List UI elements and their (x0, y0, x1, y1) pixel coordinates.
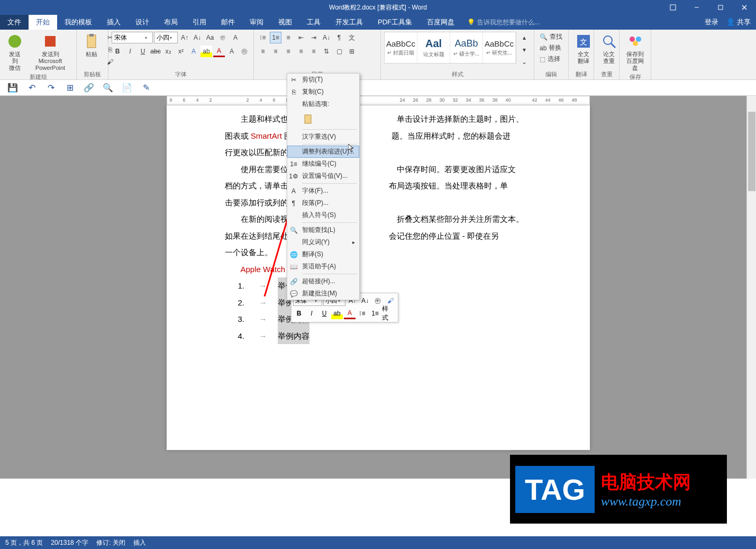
cm-smart-lookup[interactable]: 🔍智能查找(L) (287, 224, 359, 236)
styles-expand[interactable]: ⌄ (518, 56, 530, 68)
share-button[interactable]: 👤 共享 (726, 17, 751, 27)
qat-btn-4[interactable]: ⊞ (65, 83, 75, 93)
show-marks-button[interactable]: ¶ (333, 32, 345, 43)
qat-btn-5[interactable]: 🔗 (84, 83, 94, 93)
sort-button[interactable]: A↓ (321, 32, 332, 43)
status-revision[interactable]: 修订: 关闭 (96, 538, 125, 547)
tab-home[interactable]: 开始 (29, 15, 57, 30)
highlight-button[interactable]: ab (201, 46, 212, 57)
ribbon-display-icon[interactable] (661, 0, 685, 15)
tab-view[interactable]: 视图 (271, 15, 299, 30)
qat-btn-7[interactable]: 📄 (122, 83, 132, 93)
tell-me-search[interactable]: 💡 告诉我您想要做什么... (467, 18, 540, 27)
cm-copy[interactable]: ⎘复制(C) (287, 86, 359, 98)
style-paper-title[interactable]: Aal论文标题 (417, 32, 450, 63)
qat-save-icon[interactable]: 💾 (8, 83, 17, 93)
cm-cut[interactable]: ✂剪切(T) (287, 74, 359, 86)
change-case-button[interactable]: Aa (204, 32, 216, 43)
shading-button[interactable]: ▢ (333, 46, 345, 57)
mini-shrink-font[interactable]: A↓ (359, 295, 371, 307)
qat-undo-button[interactable]: ↶ (27, 83, 37, 93)
align-left-button[interactable]: ≡ (257, 46, 269, 57)
subscript-button[interactable]: x₂ (162, 46, 174, 57)
phonetic-guide-button[interactable]: ㊥ (217, 32, 229, 43)
tab-templates[interactable]: 我的模板 (57, 15, 99, 30)
find-button[interactable]: 🔍查找 (538, 32, 564, 42)
minimize-button[interactable] (685, 0, 708, 15)
cm-adjust-list-indent[interactable]: 调整列表缩进(U)... (287, 146, 359, 158)
styles-scroll-up[interactable]: ▴ (518, 32, 530, 43)
mini-italic[interactable]: I (306, 308, 317, 319)
tab-mail[interactable]: 邮件 (214, 15, 242, 30)
horizontal-ruler[interactable]: 86 42 24 68 1012 14 2426 2830 3234 3638 … (167, 96, 590, 105)
tab-pdf[interactable]: PDF工具集 (370, 15, 420, 30)
tab-layout[interactable]: 布局 (157, 15, 185, 30)
superscript-button[interactable]: x² (175, 46, 187, 57)
full-translate-button[interactable]: 文 全文翻译 (572, 32, 595, 66)
font-size-combo[interactable]: 小四▾ (154, 32, 178, 43)
line-spacing-button[interactable]: ⇅ (321, 46, 332, 57)
paste-keep-source-button[interactable] (302, 112, 316, 126)
mini-underline[interactable]: U (318, 308, 330, 319)
justify-button[interactable]: ≡ (295, 46, 307, 57)
mini-bold[interactable]: B (293, 308, 305, 319)
cm-paragraph[interactable]: ¶段落(P)... (287, 197, 359, 209)
mini-styles[interactable]: 样式 (382, 308, 394, 319)
enclose-char-button[interactable]: ㊞ (239, 46, 250, 57)
increase-indent-button[interactable]: ⇥ (308, 32, 320, 43)
cm-translate[interactable]: 🌐翻译(S) (287, 248, 359, 260)
document-page[interactable]: 主题和样式也有助于单击设计并选择新的主题时，图片、 图表或 SmartArt 图… (167, 105, 590, 450)
grow-font-button[interactable]: A↑ (179, 32, 190, 43)
qat-btn-6[interactable]: 🔍 (103, 83, 113, 93)
mini-bullets[interactable]: ⁝≡ (357, 308, 368, 319)
styles-scroll-down[interactable]: ▾ (518, 44, 530, 56)
char-border-button[interactable]: A (230, 32, 241, 43)
mini-numbering[interactable]: 1≡ (369, 308, 381, 319)
plagiarism-check-button[interactable]: 论文查重 (597, 32, 621, 66)
cm-hanzi-reselect[interactable]: 汉字重选(V) (287, 131, 359, 143)
bullets-button[interactable]: ⁝≡ (257, 32, 269, 43)
qat-redo-button[interactable]: ↷ (46, 83, 56, 93)
style-cover-date[interactable]: AaBbCc↵ 封面日期 (385, 32, 417, 63)
bold-button[interactable]: B (112, 46, 123, 57)
style-master[interactable]: AaBb↵ 硕士学... (450, 32, 483, 63)
align-right-button[interactable]: ≡ (283, 46, 294, 57)
tab-dev[interactable]: 开发工具 (328, 15, 370, 30)
send-to-powerpoint-button[interactable]: 发送到Microsoft PowerPoint (28, 32, 73, 73)
text-effects-button[interactable]: A (188, 46, 199, 57)
scrollbar-thumb[interactable] (748, 112, 755, 191)
tab-review[interactable]: 审阅 (242, 15, 271, 30)
cm-set-number-value[interactable]: 1⚙设置编号值(V)... (287, 170, 359, 182)
maximize-button[interactable] (708, 0, 732, 15)
italic-button[interactable]: I (124, 46, 136, 57)
tab-insert[interactable]: 插入 (99, 15, 128, 30)
cm-english-assistant[interactable]: 📖英语助手(A) (287, 260, 359, 273)
replace-button[interactable]: ab替换 (538, 43, 564, 53)
vertical-scrollbar[interactable] (746, 96, 756, 479)
cm-continue-numbering[interactable]: 1≡继续编号(C) (287, 158, 359, 170)
status-page[interactable]: 5 页，共 6 页 (5, 538, 43, 547)
font-name-combo[interactable]: 宋体▾ (112, 32, 153, 43)
text-direction-button[interactable]: 文 (346, 32, 358, 43)
style-researcher[interactable]: AaBbCc↵ 研究生... (483, 32, 516, 63)
multilevel-list-button[interactable]: ≡ (283, 32, 294, 43)
char-shading-button[interactable]: A (226, 46, 238, 57)
status-insert[interactable]: 插入 (133, 538, 146, 547)
shrink-font-button[interactable]: A↓ (192, 32, 203, 43)
mini-font-color[interactable]: A (344, 308, 356, 319)
cm-font[interactable]: A字体(F)... (287, 185, 359, 197)
decrease-indent-button[interactable]: ⇤ (295, 32, 307, 43)
select-button[interactable]: ⬚选择 (538, 54, 564, 64)
tab-file[interactable]: 文件 (0, 15, 29, 30)
cm-new-comment[interactable]: 💬新建批注(M) (287, 287, 359, 300)
underline-button[interactable]: U (137, 46, 149, 57)
borders-button[interactable]: ⊞ (346, 46, 358, 57)
styles-gallery[interactable]: AaBbCc↵ 封面日期 Aal论文标题 AaBb↵ 硕士学... AaBbCc… (384, 32, 516, 64)
cm-synonyms[interactable]: 同义词(Y)▸ (287, 236, 359, 248)
numbering-button[interactable]: 1≡ (270, 32, 281, 43)
send-to-wechat-button[interactable]: 发送到微信 (3, 32, 26, 73)
distribute-button[interactable]: ≡ (308, 46, 320, 57)
cm-insert-symbol[interactable]: 插入符号(S) (287, 209, 359, 221)
status-words[interactable]: 20/1318 个字 (51, 538, 88, 547)
align-center-button[interactable]: ≡ (270, 46, 281, 57)
